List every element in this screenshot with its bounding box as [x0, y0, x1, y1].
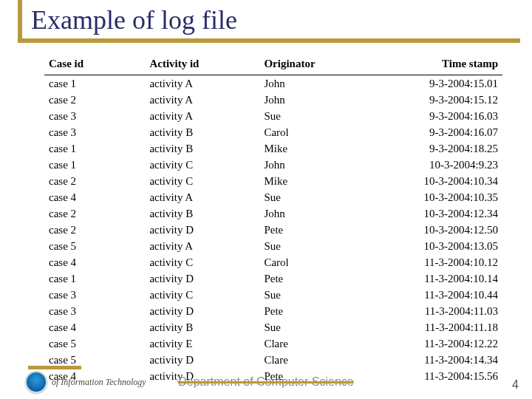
cell-activity: activity B	[145, 319, 259, 335]
log-table-container: Case id Activity id Originator Time stam…	[44, 55, 502, 359]
accent-vertical	[18, 0, 22, 43]
table-row: case 1activity AJohn9-3-2004:15.01	[44, 75, 502, 92]
cell-case: case 3	[44, 287, 145, 303]
table-row: case 3activity ASue9-3-2004:16.03	[44, 108, 502, 124]
department-label: Department of Computer Science	[0, 375, 532, 389]
cell-activity: activity D	[145, 270, 259, 287]
cell-case: case 2	[44, 92, 145, 108]
table-row: case 3activity BCarol9-3-2004:16.07	[44, 124, 502, 140]
cell-timestamp: 10-3-2004:12.50	[374, 222, 502, 238]
col-activity-id: Activity id	[145, 55, 259, 75]
cell-originator: Mike	[259, 173, 374, 189]
cell-activity: activity A	[145, 92, 259, 108]
cell-timestamp: 11-3-2004:14.34	[374, 352, 502, 368]
cell-activity: activity D	[145, 352, 259, 368]
cell-case: case 4	[44, 189, 145, 205]
table-row: case 4activity CCarol11-3-2004:10.12	[44, 254, 502, 270]
cell-activity: activity A	[145, 75, 259, 92]
cell-activity: activity C	[145, 173, 259, 189]
cell-case: case 3	[44, 108, 145, 124]
cell-originator: Clare	[259, 352, 374, 368]
slide-title: Example of log file	[31, 4, 237, 35]
cell-timestamp: 10-3-2004:10.34	[374, 173, 502, 189]
table-row: case 2activity DPete10-3-2004:12.50	[44, 222, 502, 238]
cell-originator: John	[259, 92, 374, 108]
cell-activity: activity C	[145, 254, 259, 270]
cell-originator: Mike	[259, 140, 374, 157]
cell-case: case 5	[44, 238, 145, 254]
cell-timestamp: 11-3-2004:11.18	[374, 319, 502, 335]
table-row: case 1activity BMike9-3-2004:18.25	[44, 140, 502, 157]
cell-timestamp: 9-3-2004:16.03	[374, 108, 502, 124]
cell-originator: John	[259, 75, 374, 92]
cell-activity: activity C	[145, 157, 259, 173]
cell-timestamp: 9-3-2004:16.07	[374, 124, 502, 140]
cell-timestamp: 9-3-2004:15.12	[374, 92, 502, 108]
cell-timestamp: 11-3-2004:10.12	[374, 254, 502, 270]
cell-case: case 2	[44, 173, 145, 189]
table-row: case 2activity BJohn10-3-2004:12.34	[44, 205, 502, 222]
table-row: case 2activity CMike10-3-2004:10.34	[44, 173, 502, 189]
cell-originator: Sue	[259, 108, 374, 124]
cell-originator: Carol	[259, 254, 374, 270]
cell-activity: activity D	[145, 222, 259, 238]
cell-case: case 1	[44, 75, 145, 92]
cell-timestamp: 10-3-2004:12.34	[374, 205, 502, 222]
accent-horizontal	[18, 38, 520, 43]
cell-timestamp: 10-3-2004:9.23	[374, 157, 502, 173]
cell-originator: Pete	[259, 303, 374, 319]
cell-originator: John	[259, 157, 374, 173]
col-case-id: Case id	[44, 55, 145, 75]
cell-case: case 3	[44, 303, 145, 319]
cell-timestamp: 10-3-2004:13.05	[374, 238, 502, 254]
table-row: case 1activity DPete11-3-2004:10.14	[44, 270, 502, 287]
page-number: 4	[512, 378, 519, 392]
table-row: case 1activity CJohn10-3-2004:9.23	[44, 157, 502, 173]
table-row: case 4activity ASue10-3-2004:10.35	[44, 189, 502, 205]
cell-timestamp: 10-3-2004:10.35	[374, 189, 502, 205]
table-row: case 4activity BSue11-3-2004:11.18	[44, 319, 502, 335]
cell-activity: activity A	[145, 189, 259, 205]
cell-case: case 3	[44, 124, 145, 140]
cell-case: case 5	[44, 335, 145, 352]
cell-activity: activity A	[145, 238, 259, 254]
cell-timestamp: 11-3-2004:10.14	[374, 270, 502, 287]
cell-activity: activity B	[145, 140, 259, 157]
cell-timestamp: 11-3-2004:11.03	[374, 303, 502, 319]
cell-originator: Sue	[259, 238, 374, 254]
cell-case: case 5	[44, 352, 145, 368]
cell-case: case 1	[44, 270, 145, 287]
cell-case: case 4	[44, 254, 145, 270]
table-row: case 3activity DPete11-3-2004:11.03	[44, 303, 502, 319]
cell-timestamp: 9-3-2004:18.25	[374, 140, 502, 157]
col-originator: Originator	[259, 55, 374, 75]
cell-originator: Sue	[259, 189, 374, 205]
table-row: case 3activity CSue11-3-2004:10.44	[44, 287, 502, 303]
cell-case: case 1	[44, 157, 145, 173]
cell-activity: activity C	[145, 287, 259, 303]
cell-originator: Pete	[259, 270, 374, 287]
col-timestamp: Time stamp	[374, 55, 502, 75]
cell-activity: activity B	[145, 124, 259, 140]
table-header-row: Case id Activity id Originator Time stam…	[44, 55, 502, 75]
cell-originator: John	[259, 205, 374, 222]
cell-activity: activity A	[145, 108, 259, 124]
slide: Example of log file Case id Activity id …	[0, 0, 532, 399]
table-row: case 5activity EClare11-3-2004:12.22	[44, 335, 502, 352]
cell-case: case 1	[44, 140, 145, 157]
log-table: Case id Activity id Originator Time stam…	[44, 55, 502, 384]
cell-timestamp: 11-3-2004:10.44	[374, 287, 502, 303]
cell-originator: Clare	[259, 335, 374, 352]
cell-originator: Sue	[259, 287, 374, 303]
cell-activity: activity D	[145, 303, 259, 319]
cell-timestamp: 11-3-2004:12.22	[374, 335, 502, 352]
cell-case: case 2	[44, 222, 145, 238]
cell-originator: Carol	[259, 124, 374, 140]
cell-case: case 4	[44, 319, 145, 335]
cell-case: case 2	[44, 205, 145, 222]
table-row: case 2activity AJohn9-3-2004:15.12	[44, 92, 502, 108]
table-row: case 5activity DClare11-3-2004:14.34	[44, 352, 502, 368]
table-row: case 5activity ASue10-3-2004:13.05	[44, 238, 502, 254]
cell-activity: activity B	[145, 205, 259, 222]
cell-originator: Sue	[259, 319, 374, 335]
